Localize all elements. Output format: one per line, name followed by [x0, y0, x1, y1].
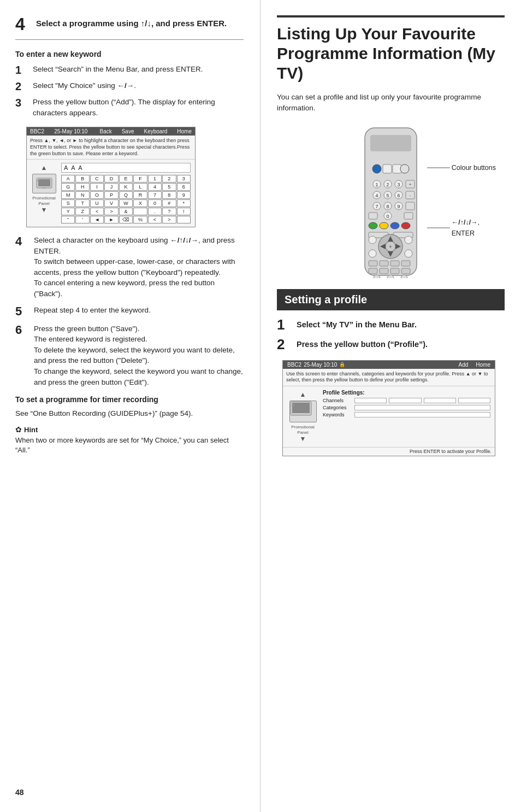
ks-key-rarr[interactable]: ► — [104, 216, 118, 223]
ks-key-lt[interactable]: < — [90, 208, 104, 215]
ks-key-O[interactable]: O — [90, 191, 104, 199]
ks-key-N[interactable]: N — [75, 191, 89, 199]
ks-key-star[interactable]: * — [177, 199, 191, 207]
ps-home-btn[interactable]: Home — [476, 362, 490, 368]
svg-text:3: 3 — [397, 182, 400, 187]
ks-key-1[interactable]: 1 — [148, 175, 162, 183]
ks-key-Y[interactable]: Y — [61, 208, 75, 215]
ks-key-gt2[interactable]: > — [162, 216, 176, 223]
svg-rect-56 — [380, 261, 388, 266]
ks-key-C[interactable]: C — [90, 175, 104, 183]
ks-key-T[interactable]: T — [75, 199, 89, 207]
profile-step-1-num: 1 — [277, 317, 293, 333]
ks-back-btn[interactable]: Back — [99, 128, 111, 134]
ks-key-bs[interactable]: ⌫ — [119, 216, 133, 223]
ks-home-btn[interactable]: Home — [177, 128, 192, 134]
ks-key-S[interactable]: S — [61, 199, 75, 207]
ks-arrow-down-icon[interactable]: ▼ — [41, 206, 48, 214]
hint-section: ✿ Hint When two or more keywords are set… — [15, 425, 244, 455]
ks-key-K[interactable]: K — [119, 183, 133, 191]
svg-rect-57 — [390, 261, 399, 266]
ks-key-larr[interactable]: ◄ — [90, 216, 104, 223]
right-column: Listing Up Your Favourite Programme Info… — [260, 0, 521, 812]
ps-keywords-input[interactable] — [354, 412, 490, 417]
ps-channels-input[interactable] — [354, 398, 387, 403]
keyboard-screen: BBC2 25-May 10:10 Back Save Keyboard Hom… — [26, 127, 196, 227]
ks-key-U[interactable]: U — [90, 199, 104, 207]
svg-rect-36 — [404, 213, 413, 219]
ks-key-apos[interactable]: ' — [75, 216, 89, 223]
ks-arrow-up-icon[interactable]: ▲ — [41, 164, 48, 172]
svg-rect-59 — [369, 268, 377, 274]
ks-key-amp[interactable]: & — [119, 208, 133, 215]
ps-keywords-label: Keywords — [323, 412, 352, 417]
main-step-6: 6 Press the green button ("Save"). The e… — [15, 323, 244, 387]
remote-label-area: Colour buttons ←/↑/↓/→,ENTER — [427, 162, 496, 239]
divider — [15, 39, 244, 40]
ks-key-B[interactable]: B — [75, 175, 89, 183]
ks-key-2[interactable]: 2 — [162, 175, 176, 183]
svg-text:1: 1 — [375, 182, 378, 187]
ks-key-hash[interactable]: # — [162, 199, 176, 207]
ks-key-q[interactable]: ? — [162, 208, 176, 215]
main-step-5: 5 Repeat step 4 to enter the keyword. — [15, 305, 244, 318]
ks-key-F[interactable]: F — [133, 175, 147, 183]
ks-key-6[interactable]: 6 — [177, 183, 191, 191]
ks-key-V[interactable]: V — [104, 199, 118, 207]
ks-key-J[interactable]: J — [104, 183, 118, 191]
step4-number: 4 — [15, 15, 31, 33]
ps-categories-input[interactable] — [354, 405, 490, 410]
ks-key-lt2[interactable]: < — [148, 216, 162, 223]
ks-key-dot[interactable]: . — [148, 208, 162, 215]
ps-channels-input4[interactable] — [458, 398, 490, 403]
svg-text:0: 0 — [386, 214, 389, 219]
ks-key-X[interactable]: X — [133, 199, 147, 207]
ks-keyboard-btn[interactable]: Keyboard — [144, 128, 168, 134]
ps-add-btn[interactable]: Add — [459, 362, 469, 368]
ps-tv-icon — [289, 401, 317, 422]
ks-key-8[interactable]: 8 — [162, 191, 176, 199]
ks-key-Z[interactable]: Z — [75, 208, 89, 215]
svg-rect-32 — [406, 202, 415, 210]
ks-key-I[interactable]: I — [90, 183, 104, 191]
ps-right-panel: Profile Settings: Channels Categories Ke… — [321, 389, 493, 445]
profile-screen: BBC2 25-May 10:10 🔒 Add Home Use this sc… — [282, 360, 495, 457]
svg-rect-61 — [390, 268, 399, 274]
sub-step-1-num: 1 — [15, 64, 29, 76]
ps-panel-label: Promotional Panel — [286, 425, 319, 435]
ks-key-E[interactable]: E — [119, 175, 133, 183]
ks-key-D[interactable]: D — [104, 175, 118, 183]
ks-key-L[interactable]: L — [133, 183, 147, 191]
svg-rect-55 — [369, 261, 377, 266]
svg-point-6 — [372, 164, 381, 173]
ks-key-4[interactable]: 4 — [148, 183, 162, 191]
ks-key-3[interactable]: 3 — [177, 175, 191, 183]
ks-key-9[interactable]: 9 — [177, 191, 191, 199]
ks-key-excl[interactable]: ! — [177, 208, 191, 215]
ps-arrow-up-icon[interactable]: ▲ — [300, 391, 306, 398]
ks-key-P[interactable]: P — [104, 191, 118, 199]
ks-key-7[interactable]: 7 — [148, 191, 162, 199]
ps-row-keywords: Keywords — [323, 412, 490, 417]
sub-step-2-num: 2 — [15, 80, 29, 92]
ks-key-pct[interactable]: % — [133, 216, 147, 223]
ks-key-gt[interactable]: > — [104, 208, 118, 215]
ks-key-W[interactable]: W — [119, 199, 133, 207]
ks-key-G[interactable]: G — [61, 183, 75, 191]
main-step-4: 4 Select a character on the keyboard usi… — [15, 235, 244, 299]
ps-arrow-down-icon[interactable]: ▼ — [300, 435, 306, 443]
ps-channels-input3[interactable] — [424, 398, 456, 403]
ks-save-btn[interactable]: Save — [122, 128, 134, 134]
ps-channel: BBC2 — [287, 362, 301, 368]
ks-right-panel: A A A A B C D E F 1 2 3 G H I J — [59, 162, 193, 225]
ps-channels-input2[interactable] — [389, 398, 421, 403]
ks-key-H[interactable]: H — [75, 183, 89, 191]
ks-key-Q[interactable]: Q — [119, 191, 133, 199]
ks-key-5[interactable]: 5 — [162, 183, 176, 191]
ks-key-R[interactable]: R — [133, 191, 147, 199]
ks-key-0[interactable]: 0 — [148, 199, 162, 207]
ks-key-A[interactable]: A — [61, 175, 75, 183]
ks-key-M[interactable]: M — [61, 191, 75, 199]
profile-step-2-content: Press the yellow button (“Profile”). — [297, 337, 428, 350]
ks-key-quote[interactable]: " — [61, 216, 75, 223]
